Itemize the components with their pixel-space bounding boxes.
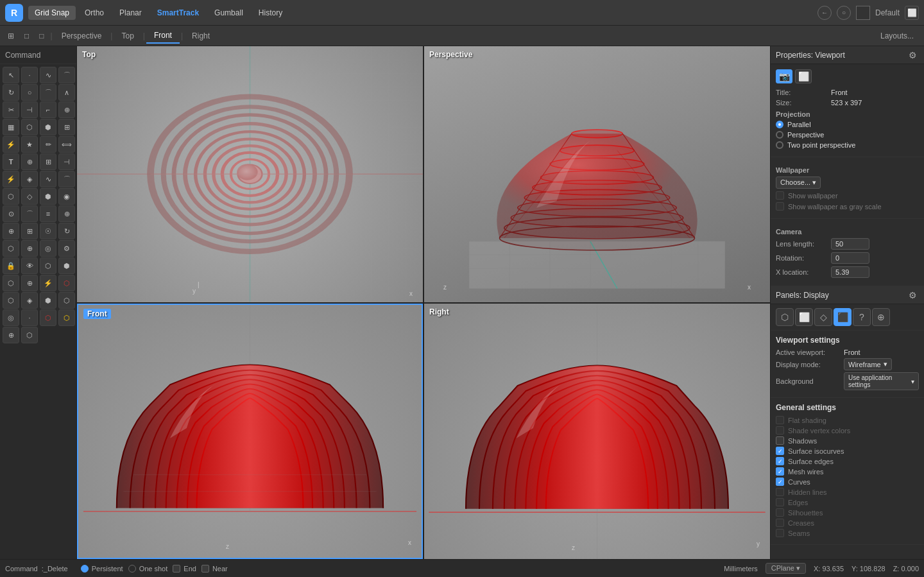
- history-button[interactable]: History: [252, 6, 289, 20]
- tool-line[interactable]: ⌒: [58, 67, 75, 83]
- tool-light[interactable]: ◉: [58, 188, 75, 205]
- display-tab-material[interactable]: ◇: [814, 308, 832, 326]
- hidden-lines-checkbox[interactable]: [776, 488, 784, 496]
- background-dropdown[interactable]: Use application settings ▾: [844, 372, 919, 390]
- nav-back-button[interactable]: ←: [817, 6, 832, 20]
- tab-icon-rect2[interactable]: □: [34, 29, 49, 43]
- tool-snap[interactable]: ◎: [40, 240, 56, 257]
- oneshot-radio[interactable]: [128, 565, 136, 573]
- ortho-button[interactable]: Ortho: [78, 6, 110, 20]
- tool-curve[interactable]: ∿: [40, 67, 56, 83]
- creases-checkbox[interactable]: [776, 519, 784, 527]
- camera-view-button[interactable]: 📷: [776, 69, 792, 83]
- seams-checkbox[interactable]: [776, 529, 784, 537]
- viewport-front[interactable]: z x Front: [77, 304, 423, 560]
- tool-extra6[interactable]: ⬡: [21, 327, 38, 343]
- edges-checkbox[interactable]: [776, 498, 784, 506]
- viewport-top[interactable]: y | x Top: [77, 46, 423, 302]
- nav-forward-button[interactable]: ○: [837, 6, 851, 20]
- tool-move[interactable]: ⊕: [21, 153, 38, 170]
- tool-view2[interactable]: ⬡: [3, 240, 19, 257]
- tool-t[interactable]: T: [3, 153, 19, 170]
- tool-circle[interactable]: ○: [21, 84, 38, 101]
- planar-button[interactable]: Planar: [113, 6, 148, 20]
- display-tab-layers[interactable]: ⬡: [776, 308, 794, 326]
- tab-top[interactable]: Top: [114, 29, 141, 43]
- object-view-button[interactable]: ⬜: [795, 69, 812, 83]
- show-wallpaper-checkbox[interactable]: [776, 191, 784, 200]
- tool-rotate3d[interactable]: ↻: [58, 223, 75, 239]
- tool-zebra[interactable]: ≡: [40, 205, 56, 222]
- grid-snap-button[interactable]: Grid Snap: [28, 6, 76, 20]
- tool-measure[interactable]: ⊕: [21, 275, 38, 291]
- near-checkbox[interactable]: [201, 565, 209, 573]
- corner-button[interactable]: ⬜: [905, 6, 919, 20]
- wallpaper-dropdown[interactable]: Choose... ▾: [776, 177, 821, 189]
- tool-rotate[interactable]: ↻: [3, 84, 19, 101]
- tool-star[interactable]: ★: [21, 136, 38, 153]
- mesh-wires-checkbox[interactable]: ✓: [776, 467, 784, 476]
- tool-offset[interactable]: ⊕: [58, 101, 75, 118]
- tool-rebuild[interactable]: ⌒: [58, 171, 75, 187]
- tool-curvature[interactable]: ⌒: [21, 205, 38, 222]
- tool-dot1[interactable]: ·: [21, 309, 38, 326]
- tool-obj2[interactable]: ◈: [21, 171, 38, 187]
- tool-group[interactable]: ⬡: [40, 257, 56, 274]
- near-option[interactable]: Near: [201, 565, 228, 573]
- shadows-checkbox[interactable]: [776, 436, 784, 445]
- tab-icon-rect1[interactable]: □: [19, 29, 34, 43]
- display-gear-icon[interactable]: ⚙: [906, 289, 919, 302]
- shade-vertex-checkbox[interactable]: [776, 426, 784, 435]
- tool-point[interactable]: ·: [21, 67, 38, 83]
- tool-material[interactable]: ◇: [21, 188, 38, 205]
- layouts-button[interactable]: Layouts...: [873, 29, 921, 43]
- cplane-button[interactable]: CPlane ▾: [766, 563, 806, 574]
- tool-pan[interactable]: ☉: [40, 223, 56, 239]
- tab-perspective[interactable]: Perspective: [54, 29, 110, 43]
- tool-grid2[interactable]: ⊞: [40, 153, 56, 170]
- tool-obj3[interactable]: ⬡: [3, 275, 19, 291]
- tool-trim[interactable]: ✂: [3, 101, 19, 118]
- rotation-input[interactable]: [831, 252, 869, 264]
- tool-polyline[interactable]: ∧: [58, 84, 75, 101]
- tool-extra2[interactable]: ◈: [21, 292, 38, 309]
- command-input[interactable]: Command: [0, 46, 76, 64]
- tool-mesh[interactable]: ⬢: [40, 119, 56, 135]
- tab-icon-grid[interactable]: ⊞: [3, 29, 19, 43]
- surface-edges-checkbox[interactable]: ✓: [776, 457, 784, 465]
- tool-cplane[interactable]: ⊕: [21, 240, 38, 257]
- tab-front[interactable]: Front: [146, 28, 180, 44]
- color-swatch[interactable]: [856, 6, 870, 20]
- display-mode-dropdown[interactable]: Wireframe ▾: [844, 358, 892, 370]
- tool-settings2[interactable]: ⚙: [58, 240, 75, 257]
- projection-twopoint-radio[interactable]: [776, 141, 783, 149]
- tool-knot[interactable]: ∿: [40, 171, 56, 187]
- tool-match[interactable]: ⊣: [58, 153, 75, 170]
- surface-isocurves-checkbox[interactable]: ✓: [776, 447, 784, 455]
- projection-parallel-radio[interactable]: [776, 121, 783, 128]
- display-tab-settings[interactable]: ⊕: [872, 308, 890, 326]
- tool-mirror[interactable]: ⟺: [58, 136, 75, 153]
- tool-extra3[interactable]: ⬢: [40, 292, 56, 309]
- tool-section[interactable]: ⊕: [58, 205, 75, 222]
- tool-transform[interactable]: ⚡: [3, 136, 19, 153]
- properties-gear-icon[interactable]: ⚙: [906, 49, 919, 62]
- tool-zoomext[interactable]: ⊞: [21, 223, 38, 239]
- tool-edit[interactable]: ✏: [40, 136, 56, 153]
- tool-dot3[interactable]: ⬡: [58, 309, 75, 326]
- x-location-input[interactable]: [831, 266, 869, 278]
- end-option[interactable]: End: [173, 565, 196, 573]
- tool-render[interactable]: ⬢: [40, 188, 56, 205]
- tool-red[interactable]: ⬡: [58, 275, 75, 291]
- tool-extra5[interactable]: ⊕: [3, 327, 19, 343]
- gumball-button[interactable]: Gumball: [208, 6, 250, 20]
- end-checkbox[interactable]: [173, 565, 180, 573]
- curves-checkbox[interactable]: ✓: [776, 478, 784, 486]
- viewport-right[interactable]: z y Right: [424, 304, 770, 560]
- lens-length-input[interactable]: [831, 238, 869, 250]
- display-tab-object[interactable]: ⬜: [795, 308, 813, 326]
- tool-dim[interactable]: ⊞: [58, 119, 75, 135]
- tool-surface[interactable]: ▦: [3, 119, 19, 135]
- oneshot-option[interactable]: One shot: [128, 565, 168, 573]
- tool-lock[interactable]: 🔒: [3, 257, 19, 274]
